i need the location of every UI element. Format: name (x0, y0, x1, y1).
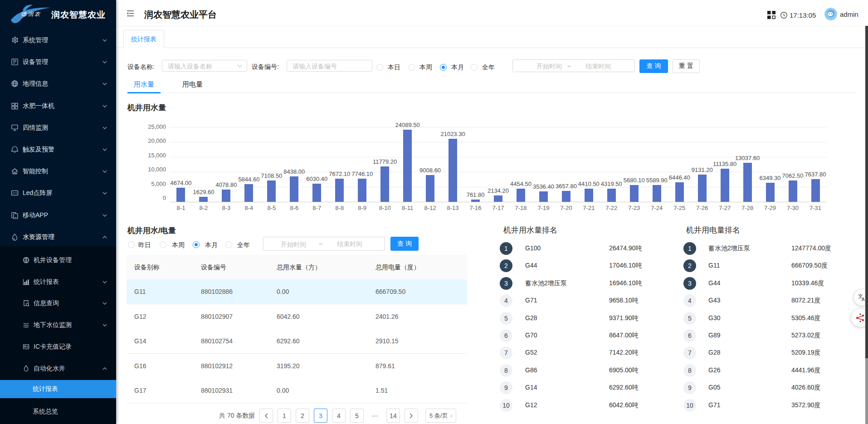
rank-name: 蓄水池2增压泵 (708, 244, 750, 253)
pagination-page-2[interactable]: 2 (296, 409, 309, 423)
sidebar-item-智能控制[interactable]: 智能控制 (0, 162, 116, 180)
led-icon (11, 190, 19, 197)
period-radio-全年[interactable] (471, 64, 478, 71)
date-range-input[interactable]: 开始时间~结束时间 (512, 59, 635, 72)
device-name-select[interactable]: 请输入设备名称 (162, 60, 247, 72)
submenu-item-IC卡充值记录[interactable]: IC卡充值记录 (0, 338, 116, 356)
table-row[interactable]: G178801029310.001.51 (127, 378, 467, 403)
usage-search-button[interactable]: 查 询 (390, 237, 419, 251)
table-row[interactable]: G168801029123195.20879.61 (127, 354, 467, 379)
rank-badge: 5 (500, 312, 512, 325)
bar-value-label: 11779.20 (373, 158, 397, 165)
pagination-page-3[interactable]: 3 (314, 409, 327, 423)
chevron-down-icon (102, 60, 107, 64)
tab-statistics-report[interactable]: 统计报表 (123, 30, 164, 48)
reset-button[interactable]: 重 置 (673, 59, 700, 73)
x-tick: 8-1 (177, 205, 185, 211)
pagination-page-4[interactable]: 4 (332, 409, 346, 423)
username[interactable]: admin (840, 10, 858, 18)
chart-bar (743, 163, 752, 202)
usage-period-radio-全年[interactable] (225, 241, 232, 248)
submenu-item-机井设备管理[interactable]: 机井设备管理 (0, 251, 116, 269)
pagination-page-14[interactable]: 14 (386, 409, 400, 423)
period-radio-label-本周: 本周 (419, 63, 432, 72)
sidebar-item-label: 系统管理 (23, 36, 48, 44)
pagination-next[interactable] (405, 409, 418, 423)
submenu2-item-系统总览[interactable]: 系统总览 (0, 403, 116, 421)
usage-period-radio-昨日[interactable] (128, 241, 135, 248)
chart-bar (721, 169, 729, 202)
rank-badge: 6 (683, 329, 696, 342)
tab-用水量[interactable]: 用水量 (134, 80, 154, 89)
chart-bar (244, 184, 253, 202)
sidebar-item-Led点阵屏[interactable]: Led点阵屏 (0, 184, 116, 202)
sidebar-item-水肥一体机[interactable]: 水肥一体机 (0, 97, 116, 115)
sidebar-item-设备管理[interactable]: 设备管理 (0, 53, 116, 71)
period-radio-本月[interactable] (440, 64, 447, 71)
chart-bar (426, 175, 434, 202)
avatar[interactable] (824, 8, 837, 20)
usage-period-radio-本月[interactable] (193, 241, 200, 248)
sidebar-item-label: 移动APP (23, 211, 48, 219)
chevron-down-icon (102, 126, 107, 130)
sidebar-item-触发及预警[interactable]: 触发及预警 (0, 141, 116, 159)
scrollbar-thumb[interactable] (865, 26, 868, 358)
water-level-icon (23, 322, 30, 329)
chart-bar (811, 179, 820, 202)
sidebar-item-四情监测[interactable]: 四情监测 (0, 119, 116, 137)
search-button[interactable]: 查 询 (639, 59, 668, 73)
usage-period-radio-本周[interactable] (160, 241, 166, 248)
pagination-prev[interactable] (259, 409, 273, 423)
apps-grid-icon[interactable] (767, 11, 775, 19)
rank-value: 8072.21度 (791, 297, 821, 305)
table-row[interactable]: G148801027546292.602910.15 (127, 329, 467, 354)
grid-line (170, 142, 827, 142)
pagination-size-select[interactable]: 5 条/页∨ (425, 409, 456, 423)
submenu-item-地下水位监测[interactable]: 地下水位监测 (0, 316, 116, 334)
period-radio-本日[interactable] (376, 64, 383, 71)
sidebar-item-label: 智能控制 (23, 167, 48, 175)
sidebar-item-水资源管理[interactable]: 水资源管理 (0, 228, 116, 246)
table-cell: 880102931 (201, 378, 233, 403)
submenu2-item-统计报表[interactable]: 统计报表 (0, 380, 116, 398)
x-tick: 8-3 (222, 205, 231, 211)
chart-bar (449, 139, 457, 202)
chart-bar (494, 195, 502, 202)
sidebar-item-移动APP[interactable]: 移动APP (0, 206, 116, 224)
tab-用电量[interactable]: 用电量 (182, 80, 203, 89)
rank-badge: 6 (500, 329, 512, 342)
usage-date-separator: ~ (319, 240, 322, 248)
table-header-cell: 设备别称 (134, 255, 160, 280)
submenu-item-自动化水井[interactable]: 自动化水井 (0, 360, 116, 378)
rank-badge: 7 (500, 346, 512, 359)
brand-title: 润农智慧农业 (51, 9, 106, 21)
sidebar-item-系统管理[interactable]: 系统管理 (0, 31, 116, 49)
bar-value-label: 1629.60 (193, 189, 214, 195)
x-tick: 7-18 (515, 205, 527, 211)
rank-name: G28 (525, 314, 537, 322)
device-icon (11, 58, 19, 66)
rank-name: G86 (525, 366, 537, 374)
submenu2-item-label: 统计报表 (33, 385, 58, 393)
mobile-icon (11, 211, 19, 219)
pagination-page-1[interactable]: 1 (278, 409, 291, 423)
pagination-page-5[interactable]: 5 (350, 409, 364, 423)
sidebar-item-地理信息[interactable]: 地理信息 (0, 75, 116, 93)
rank-badge: 8 (683, 364, 696, 377)
chart-bar (471, 200, 480, 202)
device-no-input[interactable]: 请输入设备编号 (287, 60, 372, 72)
table-row[interactable]: G128801029076042.602401.26 (127, 304, 467, 329)
table-row[interactable]: G118801028860.00666709.50 (127, 279, 467, 304)
pagination-ellipsis[interactable]: ••• (368, 409, 382, 423)
usage-date-range-input[interactable]: 开始时间~结束时间 (263, 237, 385, 251)
scrollbar[interactable] (865, 0, 868, 424)
x-tick: 7-29 (764, 205, 776, 211)
device-name-placeholder: 请输入设备名称 (168, 63, 212, 71)
collapse-menu-icon[interactable] (127, 10, 134, 16)
x-tick: 7-28 (741, 205, 753, 211)
submenu-item-统计报表[interactable]: 统计报表 (0, 273, 116, 291)
period-radio-本周[interactable] (408, 64, 415, 71)
bar-value-label: 6349.30 (760, 175, 781, 181)
x-tick: 8-7 (312, 205, 321, 211)
submenu-item-信息查询[interactable]: 信息查询 (0, 294, 116, 312)
